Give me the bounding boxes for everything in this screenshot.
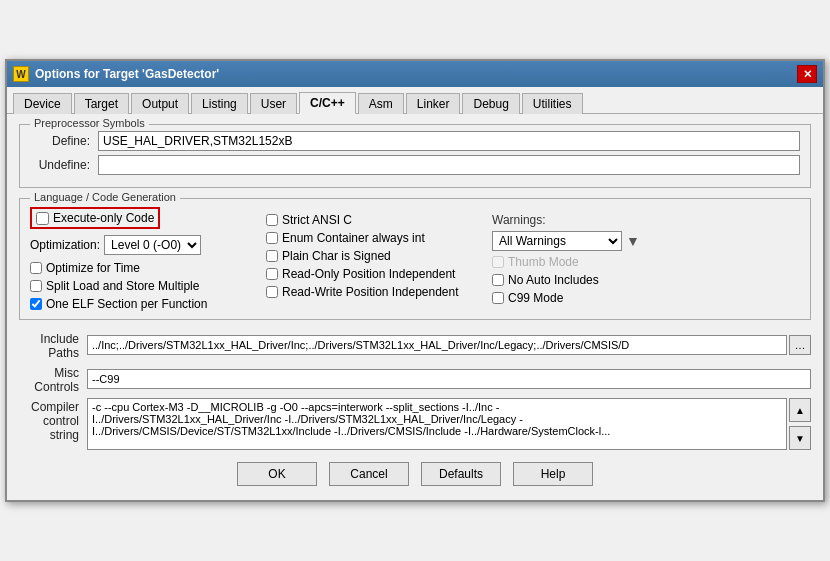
execute-only-checkbox[interactable] <box>36 212 49 225</box>
optimization-label: Optimization: <box>30 238 100 252</box>
readwrite-pos-label: Read-Write Position Independent <box>282 285 459 299</box>
misc-controls-input[interactable] <box>87 369 811 389</box>
one-elf-checkbox[interactable] <box>30 298 42 310</box>
strict-ansi-row: Strict ANSI C <box>266 213 476 227</box>
tabs-bar: Device Target Output Listing User C/C++ … <box>7 87 823 114</box>
undefine-input[interactable] <box>98 155 800 175</box>
language-group: Language / Code Generation Execute-only … <box>19 198 811 320</box>
defaults-button[interactable]: Defaults <box>421 462 501 486</box>
split-load-row: Split Load and Store Multiple <box>30 279 250 293</box>
enum-container-checkbox[interactable] <box>266 232 278 244</box>
one-elf-row: One ELF Section per Function <box>30 297 250 311</box>
execute-only-row: Execute-only Code <box>30 207 250 229</box>
strict-ansi-checkbox[interactable] <box>266 214 278 226</box>
bottom-buttons: OK Cancel Defaults Help <box>19 454 811 490</box>
window-title: Options for Target 'GasDetector' <box>35 67 797 81</box>
help-button[interactable]: Help <box>513 462 593 486</box>
compiler-control-row: Compilercontrolstring -c --cpu Cortex-M3… <box>19 398 811 450</box>
compiler-line-3: I../Drivers/CMSIS/Device/ST/STM32L1xx/In… <box>92 425 782 437</box>
plain-char-row: Plain Char is Signed <box>266 249 476 263</box>
thumb-mode-row: Thumb Mode <box>492 255 800 269</box>
tab-device[interactable]: Device <box>13 93 72 114</box>
language-group-label: Language / Code Generation <box>30 191 180 203</box>
no-auto-includes-row: No Auto Includes <box>492 273 800 287</box>
optimize-time-label: Optimize for Time <box>46 261 140 275</box>
tab-user[interactable]: User <box>250 93 297 114</box>
optimize-time-row: Optimize for Time <box>30 261 250 275</box>
readonly-pos-label: Read-Only Position Independent <box>282 267 455 281</box>
no-auto-includes-label: No Auto Includes <box>508 273 599 287</box>
include-paths-label: IncludePaths <box>19 330 79 360</box>
warnings-select[interactable]: All Warnings <box>492 231 622 251</box>
execute-only-label: Execute-only Code <box>53 211 154 225</box>
readwrite-pos-checkbox[interactable] <box>266 286 278 298</box>
compiler-scroll-down-button[interactable]: ▼ <box>789 426 811 450</box>
enum-container-label: Enum Container always int <box>282 231 425 245</box>
preprocessor-group: Preprocessor Symbols Define: Undefine: <box>19 124 811 188</box>
undefine-row: Undefine: <box>30 155 800 175</box>
strict-ansi-label: Strict ANSI C <box>282 213 352 227</box>
plain-char-checkbox[interactable] <box>266 250 278 262</box>
tab-debug[interactable]: Debug <box>462 93 519 114</box>
plain-char-label: Plain Char is Signed <box>282 249 391 263</box>
undefine-label: Undefine: <box>30 158 90 172</box>
compiler-scroll-up-button[interactable]: ▲ <box>789 398 811 422</box>
include-paths-input-wrap: … <box>87 335 811 355</box>
include-paths-browse-button[interactable]: … <box>789 335 811 355</box>
preprocessor-group-label: Preprocessor Symbols <box>30 117 149 129</box>
tab-asm[interactable]: Asm <box>358 93 404 114</box>
define-row: Define: <box>30 131 800 151</box>
tab-cpp[interactable]: C/C++ <box>299 92 356 114</box>
window-icon: W <box>13 66 29 82</box>
c99-mode-label: C99 Mode <box>508 291 563 305</box>
warnings-label: Warnings: <box>492 213 800 227</box>
compiler-line-1: -c --cpu Cortex-M3 -D__MICROLIB -g -O0 -… <box>92 401 782 413</box>
c99-mode-checkbox[interactable] <box>492 292 504 304</box>
include-paths-row: IncludePaths … <box>19 330 811 360</box>
optimization-row: Optimization: Level 0 (-O0) <box>30 235 250 255</box>
tab-listing[interactable]: Listing <box>191 93 248 114</box>
warnings-dropdown-arrow: ▼ <box>626 233 640 249</box>
cancel-button[interactable]: Cancel <box>329 462 409 486</box>
main-window: W Options for Target 'GasDetector' ✕ Dev… <box>5 59 825 502</box>
misc-controls-row: MiscControls <box>19 364 811 394</box>
split-load-label: Split Load and Store Multiple <box>46 279 199 293</box>
content-area: Preprocessor Symbols Define: Undefine: L… <box>7 114 823 500</box>
thumb-mode-label: Thumb Mode <box>508 255 579 269</box>
readonly-pos-checkbox[interactable] <box>266 268 278 280</box>
enum-container-row: Enum Container always int <box>266 231 476 245</box>
misc-controls-input-wrap <box>87 369 811 389</box>
no-auto-includes-checkbox[interactable] <box>492 274 504 286</box>
split-load-checkbox[interactable] <box>30 280 42 292</box>
misc-controls-label: MiscControls <box>19 364 79 394</box>
optimization-select[interactable]: Level 0 (-O0) <box>104 235 201 255</box>
c99-mode-row: C99 Mode <box>492 291 800 305</box>
define-input[interactable] <box>98 131 800 151</box>
include-paths-input[interactable] <box>87 335 787 355</box>
compiler-control-textarea: -c --cpu Cortex-M3 -D__MICROLIB -g -O0 -… <box>87 398 787 450</box>
tab-output[interactable]: Output <box>131 93 189 114</box>
warnings-col: Warnings: All Warnings ▼ <box>492 213 800 251</box>
tab-utilities[interactable]: Utilities <box>522 93 583 114</box>
titlebar: W Options for Target 'GasDetector' ✕ <box>7 61 823 87</box>
close-button[interactable]: ✕ <box>797 65 817 83</box>
compiler-control-label: Compilercontrolstring <box>19 398 79 442</box>
readonly-pos-row: Read-Only Position Independent <box>266 267 476 281</box>
ok-button[interactable]: OK <box>237 462 317 486</box>
readwrite-pos-row: Read-Write Position Independent <box>266 285 476 299</box>
optimize-time-checkbox[interactable] <box>30 262 42 274</box>
thumb-mode-checkbox[interactable] <box>492 256 504 268</box>
compiler-line-2: I../Drivers/STM32L1xx_HAL_Driver/Inc -I.… <box>92 413 782 425</box>
compiler-control-input-wrap: -c --cpu Cortex-M3 -D__MICROLIB -g -O0 -… <box>87 398 811 450</box>
one-elf-label: One ELF Section per Function <box>46 297 207 311</box>
execute-only-highlight: Execute-only Code <box>30 207 160 229</box>
tab-target[interactable]: Target <box>74 93 129 114</box>
compiler-scroll-buttons: ▲ ▼ <box>789 398 811 450</box>
define-label: Define: <box>30 134 90 148</box>
tab-linker[interactable]: Linker <box>406 93 461 114</box>
